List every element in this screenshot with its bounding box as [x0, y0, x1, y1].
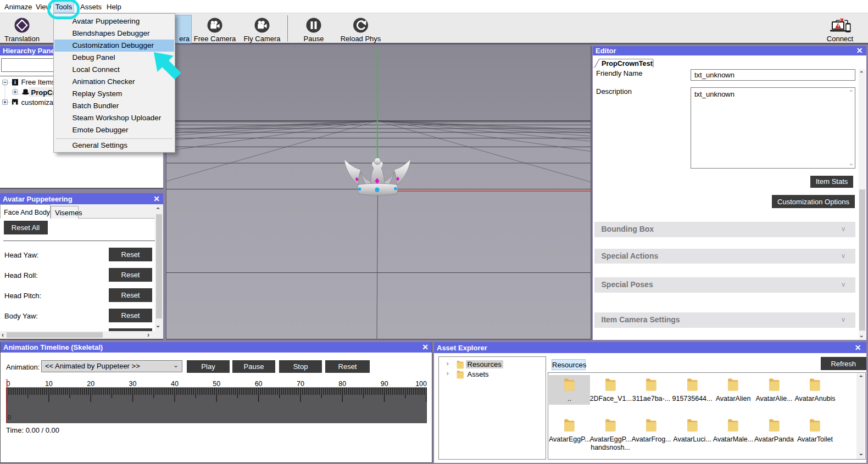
- svg-text:70: 70: [297, 379, 304, 387]
- svg-text:10: 10: [45, 379, 53, 387]
- svg-text:Free Items: Free Items: [21, 78, 56, 86]
- svg-text:80: 80: [338, 379, 346, 387]
- svg-text:30: 30: [129, 379, 137, 387]
- svg-text:20: 20: [87, 379, 94, 387]
- svg-text:50: 50: [213, 379, 220, 387]
- svg-text:PropCr: PropCr: [31, 88, 55, 96]
- svg-text:customizat: customizat: [21, 98, 56, 106]
- svg-text:60: 60: [255, 379, 263, 387]
- svg-text:100: 100: [415, 379, 427, 387]
- svg-text:0: 0: [8, 414, 11, 421]
- svg-text:40: 40: [171, 379, 179, 387]
- svg-text:i: i: [14, 79, 16, 85]
- svg-text:90: 90: [381, 379, 388, 387]
